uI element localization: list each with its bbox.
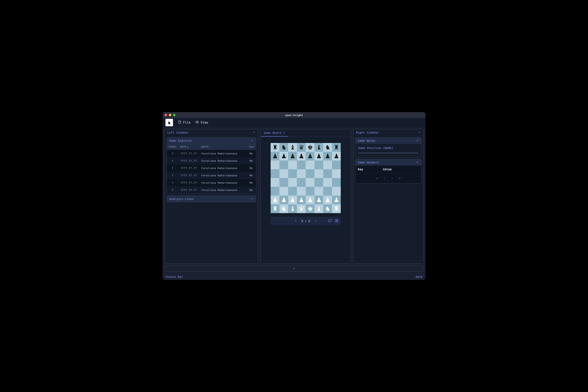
board-square[interactable]: [297, 169, 306, 178]
board-square[interactable]: [297, 178, 306, 187]
game-headers-header[interactable]: Game Headers: [355, 159, 421, 166]
board-square[interactable]: [279, 187, 288, 196]
menu-file-label: File: [183, 121, 190, 124]
board-square[interactable]: [314, 169, 323, 178]
table-row[interactable]: ?????.??.??Faratiana RaharimananaMe: [167, 179, 256, 186]
game-notes-header[interactable]: Game Notes: [355, 138, 421, 144]
collapse-left-button[interactable]: [252, 131, 255, 134]
pager-prev-button[interactable]: ‹: [384, 176, 385, 180]
board-square[interactable]: [288, 187, 297, 196]
board-square[interactable]: ♟: [332, 196, 341, 204]
game-explorer-header[interactable]: Game Explorer: [167, 138, 256, 144]
prev-move-button[interactable]: [294, 219, 297, 223]
board-square[interactable]: [271, 187, 279, 196]
board-square[interactable]: [314, 178, 323, 187]
board-square[interactable]: [271, 160, 279, 169]
board-square[interactable]: [323, 160, 332, 169]
board-square[interactable]: ♟: [314, 196, 323, 204]
table-row[interactable]: ?????.??.??Faratiana RaharimananaMe: [167, 172, 256, 179]
board-square[interactable]: ♛: [297, 143, 306, 152]
board-square[interactable]: ♚: [306, 143, 314, 152]
board-square[interactable]: [306, 160, 314, 169]
theme-indicator[interactable]: dark: [415, 275, 423, 278]
pager-last-button[interactable]: »: [399, 176, 400, 180]
chess-board[interactable]: ♜♞♝♛♚♝♞♜♟♟♟♟♟♟♟♟♟♟♟♟♟♟♟♟♜♞♝♛♚♝♞♜: [271, 143, 341, 213]
board-square[interactable]: ♟: [323, 152, 332, 160]
board-square[interactable]: [271, 178, 279, 187]
board-square[interactable]: ♜: [332, 143, 341, 152]
board-square[interactable]: [297, 160, 306, 169]
board-square[interactable]: ♚: [306, 204, 314, 213]
refresh-button[interactable]: [328, 219, 332, 223]
board-square[interactable]: [306, 169, 314, 178]
board-square[interactable]: [279, 169, 288, 178]
board-square[interactable]: ♟: [297, 196, 306, 204]
board-square[interactable]: ♟: [288, 152, 297, 160]
board-square[interactable]: [323, 178, 332, 187]
menu-view[interactable]: View: [195, 120, 208, 124]
board-square[interactable]: ♞: [279, 143, 288, 152]
tab-game-board-1[interactable]: Game Board 1: [261, 130, 288, 136]
board-square[interactable]: [279, 160, 288, 169]
board-square[interactable]: ♟: [297, 152, 306, 160]
table-row[interactable]: ?????.??.??Faratiana RaharimananaMe: [167, 164, 256, 172]
board-square[interactable]: ♟: [288, 196, 297, 204]
board-square[interactable]: ♝: [314, 143, 323, 152]
board-square[interactable]: [332, 169, 341, 178]
analysis-lines-title: Analysis Lines: [169, 197, 194, 200]
board-square[interactable]: ♟: [306, 152, 314, 160]
table-row[interactable]: ?????.??.??Faratiana RaharimananaMe: [167, 157, 256, 164]
col-white[interactable]: White: [199, 144, 247, 150]
board-square[interactable]: [306, 178, 314, 187]
col-event[interactable]: Event: [167, 144, 178, 150]
board-square[interactable]: ♞: [323, 143, 332, 152]
col-date[interactable]: Date▲: [178, 144, 199, 150]
board-square[interactable]: ♝: [288, 143, 297, 152]
board-square[interactable]: [332, 178, 341, 187]
board-square[interactable]: ♞: [323, 204, 332, 213]
board-square[interactable]: ♞: [279, 204, 288, 213]
board-square[interactable]: [279, 178, 288, 187]
board-square[interactable]: [271, 169, 279, 178]
white-bishop-icon: ♝: [290, 206, 295, 212]
board-square[interactable]: [288, 169, 297, 178]
board-square[interactable]: ♟: [279, 196, 288, 204]
board-square[interactable]: [288, 178, 297, 187]
board-square[interactable]: ♟: [279, 152, 288, 160]
menu-file[interactable]: File: [178, 120, 190, 124]
board-square[interactable]: [314, 160, 323, 169]
pager-next-button[interactable]: ›: [391, 176, 393, 180]
close-window-button[interactable]: [165, 114, 167, 116]
table-row[interactable]: ?????.??.??Faratiana RaharimananaMe: [167, 186, 256, 194]
board-square[interactable]: ♜: [271, 143, 279, 152]
minimize-window-button[interactable]: [169, 114, 171, 116]
col-black[interactable]: Bla: [247, 144, 256, 150]
board-square[interactable]: [323, 187, 332, 196]
board-square[interactable]: ♟: [332, 152, 341, 160]
board-square[interactable]: ♟: [271, 152, 279, 160]
board-square[interactable]: ♜: [332, 204, 341, 213]
board-square[interactable]: ♜: [271, 204, 279, 213]
next-move-button[interactable]: [314, 219, 317, 223]
analysis-lines-header[interactable]: Analysis Lines: [167, 196, 256, 202]
board-square[interactable]: [288, 160, 297, 169]
pager-first-button[interactable]: «: [376, 176, 378, 180]
board-square[interactable]: ♝: [314, 204, 323, 213]
board-square[interactable]: ♟: [323, 196, 332, 204]
board-square[interactable]: [332, 160, 341, 169]
board-square[interactable]: [314, 187, 323, 196]
zoom-window-button[interactable]: [173, 114, 175, 116]
board-square[interactable]: ♟: [306, 196, 314, 204]
expand-bottom-button[interactable]: [165, 266, 423, 272]
collapse-right-button[interactable]: [418, 131, 421, 134]
board-square[interactable]: [323, 169, 332, 178]
board-square[interactable]: [306, 187, 314, 196]
flip-board-button[interactable]: [335, 219, 338, 223]
board-square[interactable]: ♛: [297, 204, 306, 213]
table-row[interactable]: ?????.??.??Faratiana RaharimananaMe: [167, 150, 256, 157]
board-square[interactable]: ♟: [271, 196, 279, 204]
board-square[interactable]: ♝: [288, 204, 297, 213]
board-square[interactable]: ♟: [314, 152, 323, 160]
board-square[interactable]: [297, 187, 306, 196]
board-square[interactable]: [332, 187, 341, 196]
